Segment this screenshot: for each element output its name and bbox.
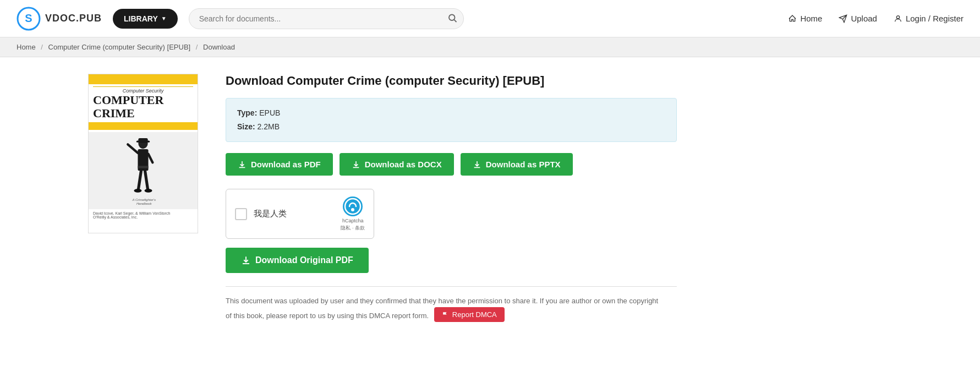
download-pdf-button[interactable]: Download as PDF xyxy=(226,153,333,176)
search-button[interactable] xyxy=(447,13,457,24)
breadcrumb-home[interactable]: Home xyxy=(17,43,36,51)
search-input[interactable] xyxy=(189,8,464,29)
download-buttons-row: Download as PDF Download as DOCX Downloa… xyxy=(226,153,677,176)
cover-yellow-bar xyxy=(89,122,198,130)
user-icon xyxy=(894,14,902,23)
download-docx-button[interactable]: Download as DOCX xyxy=(340,153,454,176)
cover-authors: David Icove, Karl Seger, & William VonSt… xyxy=(93,211,193,215)
svg-point-14 xyxy=(134,189,142,193)
svg-text:S: S xyxy=(25,12,32,24)
logo-area: S VDOC.PUB xyxy=(17,7,102,31)
file-size-row: Size: 2.2MB xyxy=(237,120,665,134)
download-pptx-label: Download as PPTX xyxy=(486,160,561,169)
captcha-left: 我是人类 xyxy=(235,208,287,220)
svg-point-20 xyxy=(351,208,354,211)
report-dmca-button[interactable]: Report DMCA xyxy=(434,307,505,322)
copyright-notice: This document was uploaded by user and t… xyxy=(226,296,660,322)
cover-publisher: O'Reilly & Associates, Inc. xyxy=(93,215,193,219)
svg-text:A Crimefighter's: A Crimefighter's xyxy=(132,198,156,201)
svg-rect-7 xyxy=(138,138,147,142)
captcha-box: 我是人类 hCaptcha 隐私 · 条款 xyxy=(226,189,374,239)
main-content: Computer Security COMPUTER CRIME xyxy=(0,57,770,339)
cover-title-line1: COMPUTER xyxy=(93,94,193,107)
svg-text:Handbook: Handbook xyxy=(136,203,152,206)
home-icon xyxy=(788,14,797,23)
nav-right: Home Upload Login / Register xyxy=(788,14,963,23)
search-icon xyxy=(447,13,457,23)
file-type-value: EPUB xyxy=(259,108,280,117)
file-type-row: Type: EPUB xyxy=(237,106,665,120)
library-button[interactable]: LIBRARY ▼ xyxy=(113,9,178,29)
breadcrumb-sep-1: / xyxy=(41,43,43,51)
svg-line-10 xyxy=(128,145,138,154)
cover-top-bar xyxy=(89,74,198,84)
svg-point-18 xyxy=(343,197,363,216)
download-pdf-icon xyxy=(238,160,247,169)
svg-line-11 xyxy=(149,154,153,163)
cover-footer: David Icove, Karl Seger, & William VonSt… xyxy=(89,209,198,221)
hcaptcha-terms: 隐私 · 条款 xyxy=(341,225,365,232)
breadcrumb-sep-2: / xyxy=(196,43,198,51)
chevron-down-icon: ▼ xyxy=(161,15,167,21)
download-area: Download Computer Crime (computer Securi… xyxy=(226,74,677,322)
site-logo-icon: S xyxy=(17,7,41,31)
nav-upload-label: Upload xyxy=(851,14,877,23)
nav-login-link[interactable]: Login / Register xyxy=(894,14,963,23)
nav-login-label: Login / Register xyxy=(906,14,963,23)
svg-point-2 xyxy=(449,14,455,20)
upload-icon xyxy=(839,14,847,23)
download-pptx-button[interactable]: Download as PPTX xyxy=(461,153,573,176)
download-docx-label: Download as DOCX xyxy=(365,160,442,169)
page-title: Download Computer Crime (computer Securi… xyxy=(226,74,677,88)
file-info-box: Type: EPUB Size: 2.2MB xyxy=(226,98,677,142)
svg-point-4 xyxy=(896,15,899,18)
download-original-label: Download Original PDF xyxy=(255,255,353,265)
library-btn-label: LIBRARY xyxy=(124,14,158,23)
file-size-value: 2.2MB xyxy=(258,122,280,131)
report-dmca-label: Report DMCA xyxy=(452,310,497,319)
download-docx-icon xyxy=(352,160,360,169)
svg-line-13 xyxy=(145,171,147,190)
svg-line-12 xyxy=(138,171,141,190)
breadcrumb-book[interactable]: Computer Crime (computer Security) [EPUB… xyxy=(48,43,191,51)
file-type-label: Type: xyxy=(237,108,257,117)
officer-figure-icon: A Crimefighter's Handbook xyxy=(121,135,165,206)
search-area xyxy=(189,8,464,29)
breadcrumb: Home / Computer Crime (computer Security… xyxy=(0,37,980,57)
svg-point-15 xyxy=(145,189,152,193)
svg-line-3 xyxy=(454,19,456,21)
cover-title-line2: CRIME xyxy=(93,107,193,120)
file-size-label: Size: xyxy=(237,122,255,131)
section-divider xyxy=(226,286,677,287)
hcaptcha-logo-icon xyxy=(342,196,363,217)
breadcrumb-current: Download xyxy=(203,43,235,51)
captcha-label: 我是人类 xyxy=(254,209,287,219)
download-original-icon xyxy=(241,255,251,265)
download-original-button[interactable]: Download Original PDF xyxy=(226,248,369,273)
cover-subtitle-area: Computer Security xyxy=(89,84,198,94)
download-pptx-icon xyxy=(473,160,481,169)
download-pdf-label: Download as PDF xyxy=(251,160,321,169)
flag-icon xyxy=(442,311,449,318)
svg-rect-9 xyxy=(138,166,148,168)
header: S VDOC.PUB LIBRARY ▼ Home Upload xyxy=(0,0,980,37)
hcaptcha-brand-name: hCaptcha xyxy=(342,218,364,223)
nav-home-label: Home xyxy=(800,14,822,23)
book-cover: Computer Security COMPUTER CRIME xyxy=(88,74,198,322)
cover-title-area: COMPUTER CRIME xyxy=(89,94,198,120)
nav-home-link[interactable]: Home xyxy=(788,14,822,23)
captcha-checkbox[interactable] xyxy=(235,208,247,220)
logo-text: VDOC.PUB xyxy=(45,13,102,24)
captcha-right: hCaptcha 隐私 · 条款 xyxy=(341,196,365,232)
book-cover-image: Computer Security COMPUTER CRIME xyxy=(88,74,198,233)
nav-upload-link[interactable]: Upload xyxy=(839,14,877,23)
cover-illustration: A Crimefighter's Handbook xyxy=(89,132,198,209)
